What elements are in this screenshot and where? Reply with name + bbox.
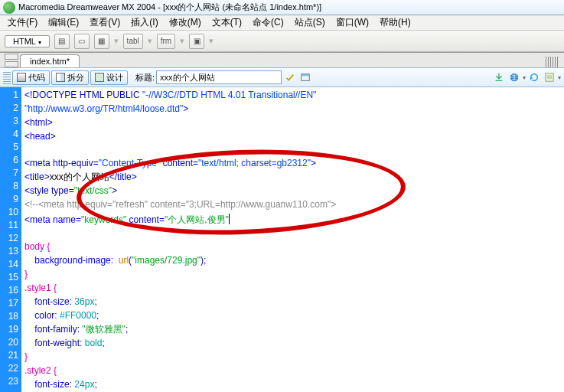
menu-text[interactable]: 文本(T) xyxy=(209,15,245,31)
app-icon xyxy=(3,2,15,14)
tool-btn-3[interactable]: ▦ xyxy=(94,34,109,49)
page-title-input[interactable] xyxy=(156,70,282,84)
properties-icon[interactable] xyxy=(543,70,556,84)
tool-btn-1[interactable]: ▤ xyxy=(54,34,70,49)
menu-view[interactable]: 查看(V) xyxy=(86,15,123,31)
svg-rect-3 xyxy=(546,74,554,82)
browser-check-icon[interactable] xyxy=(298,70,312,84)
line-gutter: 1234567891011121314151617181920212223 xyxy=(0,87,21,392)
view-design-button[interactable]: 设计 xyxy=(90,70,128,85)
menu-insert[interactable]: 插入(I) xyxy=(128,15,161,31)
insert-toolbar: HTML ▾ ▤ ▭ ▦ ▾ tabl ▾ frm ▾ ▣ ▾ xyxy=(0,31,564,52)
globe-icon[interactable] xyxy=(507,70,521,84)
tool-btn-tabl[interactable]: tabl xyxy=(123,34,143,49)
view-split-button[interactable]: 拆分 xyxy=(51,70,89,85)
menu-help[interactable]: 帮助(H) xyxy=(377,15,414,31)
download-icon[interactable] xyxy=(492,70,506,84)
tool-btn-2[interactable]: ▭ xyxy=(74,34,90,49)
mode-selector[interactable]: HTML ▾ xyxy=(5,35,50,47)
view-code-button[interactable]: 代码 xyxy=(12,70,50,85)
document-toolbar: 代码 拆分 设计 标题: ▾ ▾ xyxy=(0,67,564,87)
code-area[interactable]: <!DOCTYPE HTML PUBLIC "-//W3C//DTD HTML … xyxy=(21,87,564,392)
code-editor[interactable]: 1234567891011121314151617181920212223 <!… xyxy=(0,87,564,392)
menu-file[interactable]: 文件(F) xyxy=(5,15,41,31)
document-tabs: index.htm* xyxy=(0,52,564,67)
menu-modify[interactable]: 修改(M) xyxy=(166,15,204,31)
menu-edit[interactable]: 编辑(E) xyxy=(45,15,82,31)
menu-bar: 文件(F) 编辑(E) 查看(V) 插入(I) 修改(M) 文本(T) 命令(C… xyxy=(0,15,564,31)
tab-scroll-buttons[interactable] xyxy=(5,53,18,67)
refresh-icon[interactable] xyxy=(527,70,541,84)
window-title: Macromedia Dreamweaver MX 2004 - [xxx的个人… xyxy=(18,2,321,13)
check-icon[interactable] xyxy=(283,70,297,84)
toolbar-grip[interactable] xyxy=(3,70,11,84)
tool-btn-frm[interactable]: frm xyxy=(157,34,175,49)
tab-grip xyxy=(546,57,559,67)
menu-window[interactable]: 窗口(W) xyxy=(333,15,372,31)
menu-commands[interactable]: 命令(C) xyxy=(249,15,287,31)
tool-btn-4[interactable]: ▣ xyxy=(189,34,204,49)
page-title-label: 标题: xyxy=(135,72,155,83)
menu-site[interactable]: 站点(S) xyxy=(292,15,328,31)
svg-rect-1 xyxy=(302,74,310,77)
document-tab[interactable]: index.htm* xyxy=(20,54,80,67)
window-titlebar: Macromedia Dreamweaver MX 2004 - [xxx的个人… xyxy=(0,0,564,15)
